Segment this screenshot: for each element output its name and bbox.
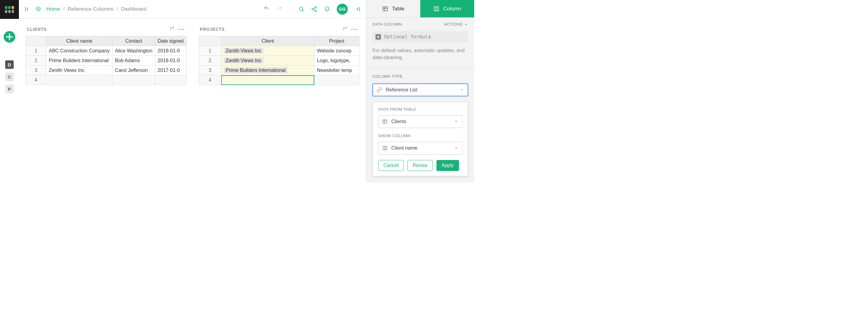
projects-grid[interactable]: Client Project 1 Zenith Views Inc Websit… <box>199 36 360 85</box>
app-logo[interactable] <box>0 0 19 19</box>
column-type-config-card: DATA FROM TABLE Clients SHOW COLUMN Clie… <box>372 102 468 176</box>
svg-rect-7 <box>383 146 387 150</box>
show-column-select[interactable]: Client name <box>378 142 462 154</box>
col-project[interactable]: Project <box>314 36 359 46</box>
redo-icon <box>276 5 282 13</box>
add-page-button[interactable] <box>4 31 15 43</box>
data-from-table-label: DATA FROM TABLE <box>378 107 462 112</box>
formula-icon <box>375 34 381 40</box>
projects-sort-icon[interactable] <box>342 26 347 32</box>
cancel-button[interactable]: Cancel <box>378 160 404 171</box>
apply-button[interactable]: Apply <box>436 160 459 171</box>
table-icon <box>382 119 388 124</box>
undo-icon[interactable] <box>264 5 270 13</box>
breadcrumb: Home / Reference Columns / Dashboard <box>46 6 146 12</box>
data-column-label: DATA COLUMN <box>372 22 402 27</box>
chevron-down-icon <box>454 119 458 124</box>
logo-mark-icon <box>5 6 14 13</box>
right-panel: Table Column DATA COLUMN ACTIONS Optiona… <box>366 0 474 183</box>
collapse-right-icon[interactable] <box>354 6 361 12</box>
add-row[interactable]: 4 <box>26 75 187 85</box>
page-icon-d[interactable]: D <box>5 60 14 69</box>
svg-rect-4 <box>383 7 388 11</box>
clients-sort-icon[interactable] <box>169 26 175 32</box>
formula-input[interactable]: Optional formula <box>372 31 468 42</box>
formula-hint: For default values, automatic updates, a… <box>372 47 468 61</box>
svg-point-2 <box>312 8 314 10</box>
breadcrumb-leaf[interactable]: Dashboard <box>121 6 146 12</box>
table-row[interactable]: 2 Zenith Views Inc Logo, logotype, <box>199 56 359 65</box>
table-row[interactable]: 2 Prime Builders International Bob Adams… <box>26 56 187 65</box>
svg-point-1 <box>315 6 317 8</box>
expand-sidebar-icon[interactable] <box>24 6 30 12</box>
projects-title: PROJECTS <box>200 27 225 32</box>
column-type-label: COLUMN TYPE <box>372 74 468 79</box>
col-client-name[interactable]: Client name <box>46 36 112 46</box>
svg-rect-5 <box>434 7 439 11</box>
data-from-table-select[interactable]: Clients <box>378 115 462 128</box>
pages-icon[interactable] <box>35 6 41 12</box>
col-client[interactable]: Client <box>221 36 314 46</box>
link-icon <box>377 87 382 93</box>
col-contact[interactable]: Contact <box>113 36 155 46</box>
tab-table[interactable]: Table <box>366 0 420 18</box>
breadcrumb-mid[interactable]: Reference Columns <box>68 6 113 12</box>
breadcrumb-home[interactable]: Home <box>46 6 60 12</box>
clients-title: CLIENTS <box>27 27 47 32</box>
revise-button[interactable]: Revise <box>407 160 433 171</box>
svg-rect-6 <box>383 120 387 123</box>
tab-column[interactable]: Column <box>420 0 474 18</box>
svg-point-3 <box>315 10 317 11</box>
chevron-down-icon <box>460 88 464 93</box>
actions-menu[interactable]: ACTIONS <box>444 22 468 27</box>
page-icon-c[interactable]: C <box>5 72 14 81</box>
column-type-select[interactable]: Reference List <box>372 84 468 96</box>
table-row[interactable]: 1 ABC Construction Company Alice Washing… <box>26 46 187 56</box>
top-bar: Home / Reference Columns / Dashboard GG <box>19 0 366 18</box>
clients-menu-icon[interactable]: ··· <box>178 26 185 32</box>
chevron-down-icon <box>454 146 458 151</box>
col-date-signed[interactable]: Date signed <box>155 36 186 46</box>
add-row[interactable]: 4 <box>199 75 359 85</box>
svg-point-0 <box>299 7 303 11</box>
table-row[interactable]: 1 Zenith Views Inc Website concep <box>199 46 359 56</box>
share-icon[interactable] <box>311 6 317 12</box>
table-row[interactable]: 3 Prime Builders International Newslette… <box>199 65 359 75</box>
column-icon <box>382 145 388 151</box>
page-icon-p[interactable]: P <box>5 85 14 93</box>
projects-menu-icon[interactable]: ··· <box>351 26 358 32</box>
table-row[interactable]: 3 Zenith Views Inc Carol Jefferson 2017-… <box>26 65 187 75</box>
search-icon[interactable] <box>299 6 305 12</box>
notifications-icon[interactable] <box>324 6 330 12</box>
show-column-label: SHOW COLUMN <box>378 133 462 138</box>
avatar[interactable]: GG <box>337 4 348 14</box>
clients-grid[interactable]: Client name Contact Date signed 1 ABC Co… <box>26 36 187 85</box>
